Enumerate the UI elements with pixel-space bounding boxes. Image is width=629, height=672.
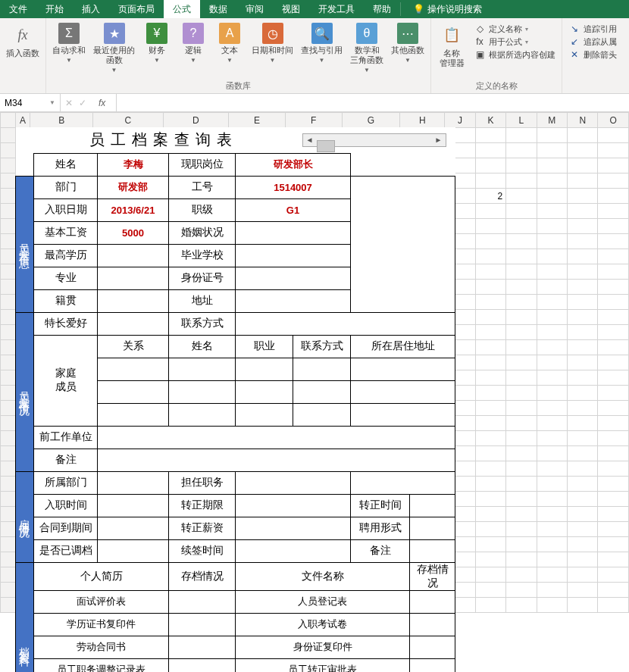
cell[interactable] xyxy=(475,234,505,249)
cell[interactable] xyxy=(598,143,629,158)
cell[interactable] xyxy=(598,340,629,355)
cell[interactable] xyxy=(537,204,567,219)
record-scrollbar[interactable]: ◄ ► xyxy=(302,133,446,147)
row-header[interactable] xyxy=(1,416,16,431)
cell[interactable] xyxy=(506,310,537,325)
cell[interactable] xyxy=(568,310,598,325)
cell[interactable] xyxy=(537,552,567,567)
cell[interactable] xyxy=(598,507,629,522)
row-header[interactable] xyxy=(1,386,16,401)
cell[interactable] xyxy=(537,537,567,552)
cell[interactable] xyxy=(475,280,505,295)
cell[interactable] xyxy=(537,401,567,416)
fn-4[interactable]: A文本▼ xyxy=(212,21,247,65)
enter-icon[interactable]: ✓ xyxy=(79,98,86,108)
cell[interactable] xyxy=(537,416,567,431)
name-cmd-2[interactable]: ▣根据所选内容创建 xyxy=(474,48,555,61)
row-header[interactable] xyxy=(1,234,16,249)
cell[interactable] xyxy=(506,325,537,340)
cell[interactable] xyxy=(537,295,567,310)
row-header[interactable] xyxy=(1,219,16,234)
select-all-corner[interactable] xyxy=(1,113,16,128)
row-header[interactable] xyxy=(1,492,16,507)
cell[interactable] xyxy=(475,325,505,340)
cell[interactable] xyxy=(598,431,629,446)
cell[interactable] xyxy=(475,128,505,143)
cell[interactable] xyxy=(475,507,505,522)
cell[interactable] xyxy=(568,340,598,355)
cell[interactable] xyxy=(598,492,629,507)
col-header[interactable]: B xyxy=(30,113,93,128)
cell[interactable] xyxy=(506,234,537,249)
name-manager-button[interactable]: 📋 名称 管理器 xyxy=(434,21,469,70)
col-header[interactable]: G xyxy=(342,113,400,128)
spreadsheet-grid[interactable]: ABCDEFGHJKLMNO 2 员工档案查询表 ◄ ► xyxy=(0,112,629,672)
row-header[interactable] xyxy=(1,552,16,567)
cell[interactable] xyxy=(537,219,567,234)
fx-button[interactable]: fx xyxy=(92,98,111,108)
cell[interactable] xyxy=(598,310,629,325)
formula-input[interactable] xyxy=(117,94,629,111)
cell[interactable] xyxy=(537,446,567,461)
cell[interactable] xyxy=(537,310,567,325)
cell[interactable] xyxy=(568,598,598,613)
tab-dev[interactable]: 开发工具 xyxy=(309,0,364,18)
cell[interactable] xyxy=(475,492,505,507)
cell[interactable] xyxy=(568,431,598,446)
cell[interactable] xyxy=(598,370,629,386)
cell[interactable] xyxy=(568,567,598,583)
tab-view[interactable]: 视图 xyxy=(273,0,309,18)
cell[interactable] xyxy=(475,522,505,537)
cell[interactable] xyxy=(537,355,567,370)
trace-cmd-1[interactable]: ↙追踪从属 xyxy=(568,36,617,48)
row-header[interactable] xyxy=(1,507,16,522)
cell[interactable] xyxy=(598,386,629,401)
cell[interactable] xyxy=(598,416,629,431)
cell[interactable] xyxy=(537,249,567,264)
tab-insert[interactable]: 插入 xyxy=(73,0,109,18)
cell[interactable] xyxy=(598,537,629,552)
cell[interactable] xyxy=(537,386,567,401)
fn-8[interactable]: ⋯其他函数▼ xyxy=(388,21,427,65)
cell[interactable] xyxy=(568,264,598,280)
cell[interactable] xyxy=(506,370,537,386)
cell[interactable] xyxy=(475,173,505,189)
row-header[interactable] xyxy=(1,355,16,370)
cell[interactable] xyxy=(506,219,537,234)
cell[interactable] xyxy=(568,249,598,264)
col-header[interactable]: N xyxy=(568,113,598,128)
row-header[interactable] xyxy=(1,158,16,173)
cell[interactable] xyxy=(506,143,537,158)
cell[interactable] xyxy=(568,477,598,492)
cell[interactable] xyxy=(598,204,629,219)
cell[interactable] xyxy=(506,507,537,522)
cell[interactable] xyxy=(475,219,505,234)
cell[interactable] xyxy=(506,522,537,537)
cell[interactable] xyxy=(568,522,598,537)
cell[interactable] xyxy=(537,477,567,492)
cell[interactable] xyxy=(475,249,505,264)
fn-0[interactable]: Σ自动求和▼ xyxy=(49,21,89,65)
cell[interactable] xyxy=(537,598,567,613)
cell[interactable] xyxy=(537,234,567,249)
name-box[interactable]: M34▼ xyxy=(0,94,61,111)
cell[interactable] xyxy=(568,143,598,158)
cell[interactable] xyxy=(568,507,598,522)
row-header[interactable] xyxy=(1,431,16,446)
cell[interactable] xyxy=(506,446,537,461)
cell[interactable] xyxy=(568,295,598,310)
cell[interactable] xyxy=(537,507,567,522)
row-header[interactable] xyxy=(1,370,16,386)
cell[interactable] xyxy=(537,370,567,386)
cell[interactable] xyxy=(568,386,598,401)
cell[interactable] xyxy=(475,583,505,598)
cell[interactable] xyxy=(537,431,567,446)
cell[interactable] xyxy=(598,446,629,461)
cell[interactable] xyxy=(598,598,629,613)
col-header[interactable]: J xyxy=(445,113,475,128)
cell[interactable] xyxy=(598,234,629,249)
tab-file[interactable]: 文件 xyxy=(0,0,36,18)
row-header[interactable] xyxy=(1,249,16,264)
cell[interactable] xyxy=(568,537,598,552)
cell[interactable] xyxy=(598,264,629,280)
